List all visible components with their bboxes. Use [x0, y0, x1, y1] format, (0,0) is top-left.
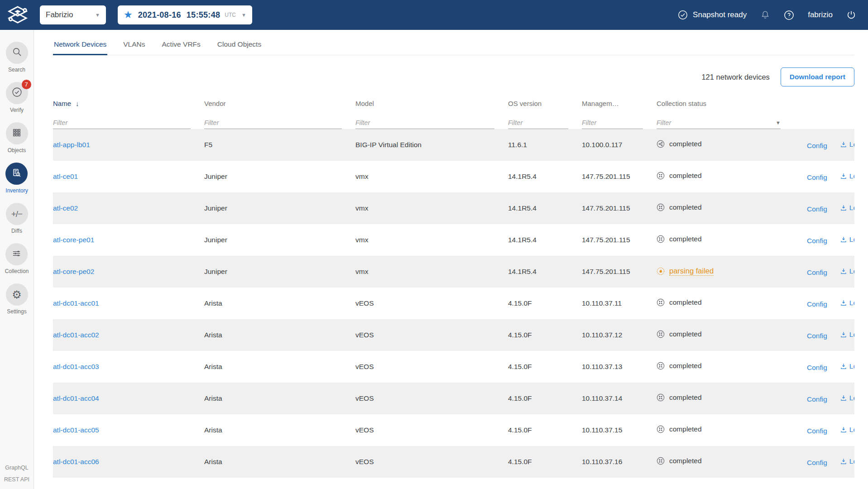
vendor-filter-input[interactable] — [204, 119, 342, 126]
os-version-cell: 14.1R5.4 — [508, 192, 582, 224]
config-link[interactable]: Config — [807, 142, 827, 150]
collection-status-label[interactable]: parsing failed — [669, 267, 714, 276]
notifications-bell-icon[interactable] — [760, 10, 770, 20]
log-link[interactable]: Log — [840, 394, 854, 402]
column-header-management-ip[interactable]: Managem… — [582, 94, 657, 109]
management-ip-cell: 10.110.37.15 — [582, 414, 657, 446]
sidebar-item-verify[interactable]: 7 Verify — [6, 82, 28, 113]
config-link[interactable]: Config — [807, 237, 827, 245]
log-link[interactable]: Log — [840, 172, 854, 180]
help-icon[interactable] — [784, 10, 794, 20]
sidebar-item-settings[interactable]: ⚙ Settings — [6, 283, 28, 315]
power-icon[interactable] — [846, 10, 856, 20]
column-header-os-version[interactable]: OS version — [508, 94, 582, 109]
log-link[interactable]: Log — [840, 426, 854, 434]
device-link[interactable]: atl-core-pe01 — [53, 236, 94, 244]
collection-status-cell: completed — [657, 446, 794, 478]
table-header-row: Name↓ Vendor Model OS version Managem… C… — [53, 94, 854, 109]
sidebar-item-objects[interactable]: Objects — [6, 122, 28, 153]
config-link[interactable]: Config — [807, 173, 827, 182]
user-menu[interactable]: fabrizio — [808, 10, 833, 19]
rest-api-link[interactable]: REST API — [4, 476, 29, 483]
download-icon — [840, 236, 847, 243]
device-link[interactable]: atl-dc01-acc02 — [53, 331, 99, 339]
log-link[interactable]: Log — [840, 362, 854, 370]
collection-status-filter-select[interactable] — [657, 119, 774, 126]
log-link[interactable]: Log — [840, 457, 854, 465]
load-balancer-icon — [657, 140, 665, 148]
config-link[interactable]: Config — [807, 205, 827, 213]
sidebar: Search 7 Verify — [0, 30, 34, 489]
app-window: Fabrizio ▼ ★ 2021-08-16 15:55:48 UTC ▼ S… — [0, 0, 868, 489]
snapshot-datetime-dropdown[interactable]: ★ 2021-08-16 15:55:48 UTC ▼ — [118, 5, 252, 24]
name-filter-input[interactable] — [53, 119, 191, 126]
device-name-cell: atl-ce02 — [53, 192, 204, 224]
sidebar-item-inventory[interactable]: Inventory — [5, 163, 28, 194]
app-logo-icon[interactable] — [6, 5, 34, 25]
tab-network-devices[interactable]: Network Devices — [53, 36, 107, 55]
management-ip-filter-input[interactable] — [582, 119, 643, 126]
column-header-vendor[interactable]: Vendor — [204, 94, 355, 109]
config-link[interactable]: Config — [807, 427, 827, 435]
device-link[interactable]: atl-dc01-acc03 — [53, 363, 99, 370]
log-link[interactable]: Log — [840, 140, 854, 149]
sidebar-item-collection[interactable]: Collection — [5, 243, 29, 274]
log-link[interactable]: Log — [840, 235, 854, 244]
device-link[interactable]: atl-dc01-acc01 — [53, 299, 99, 307]
star-icon: ★ — [124, 10, 133, 20]
collection-status-cell: completed — [657, 383, 794, 414]
management-ip-cell: 10.110.37.13 — [582, 351, 657, 383]
column-header-model[interactable]: Model — [355, 94, 508, 109]
log-link[interactable]: Log — [840, 331, 854, 339]
router-icon — [657, 393, 665, 402]
config-link[interactable]: Config — [807, 364, 827, 372]
device-link[interactable]: atl-app-lb01 — [53, 141, 90, 149]
os-version-cell: 14.1R5.4 — [508, 256, 582, 288]
router-icon — [657, 203, 665, 211]
table-filter-row: ▼ — [53, 109, 854, 129]
device-name-cell: atl-dc01-acc06 — [53, 446, 204, 478]
model-cell: vEOS — [355, 319, 508, 351]
log-link[interactable]: Log — [840, 267, 854, 275]
column-header-collection-status[interactable]: Collection status — [657, 94, 794, 109]
os-version-filter-input[interactable] — [508, 119, 568, 126]
device-link[interactable]: atl-dc01-acc06 — [53, 458, 99, 465]
device-link[interactable]: atl-dc01-acc05 — [53, 426, 99, 434]
workspace-dropdown[interactable]: Fabrizio ▼ — [40, 5, 106, 24]
model-cell: vEOS — [355, 383, 508, 414]
device-link[interactable]: atl-core-pe02 — [53, 268, 94, 275]
device-link[interactable]: atl-ce01 — [53, 173, 78, 180]
column-header-name[interactable]: Name↓ — [53, 94, 204, 109]
vendor-cell: Arista — [204, 383, 355, 414]
tab-vlans[interactable]: VLANs — [122, 36, 146, 55]
config-link[interactable]: Config — [807, 268, 827, 277]
collection-sliders-icon — [11, 248, 22, 260]
collection-status-label: completed — [669, 457, 702, 465]
config-link[interactable]: Config — [807, 395, 827, 403]
config-link[interactable]: Config — [807, 459, 827, 467]
config-link[interactable]: Config — [807, 332, 827, 340]
download-report-button[interactable]: Download report — [781, 67, 854, 86]
device-link[interactable]: atl-dc01-acc04 — [53, 394, 99, 402]
topbar: Fabrizio ▼ ★ 2021-08-16 15:55:48 UTC ▼ S… — [0, 0, 868, 30]
collection-status-label: completed — [669, 203, 702, 211]
device-name-cell: atl-dc01-acc04 — [53, 383, 204, 414]
device-link[interactable]: atl-ce02 — [53, 204, 78, 212]
os-version-cell: 4.15.0F — [508, 319, 582, 351]
tab-cloud-objects[interactable]: Cloud Objects — [216, 36, 262, 55]
table-row: atl-dc01-acc05AristavEOS4.15.0F10.110.37… — [53, 414, 854, 446]
sidebar-item-diffs[interactable]: +/− Diffs — [6, 203, 28, 234]
sidebar-item-search[interactable]: Search — [6, 42, 28, 73]
model-cell: vEOS — [355, 446, 508, 478]
vendor-cell: Juniper — [204, 161, 355, 192]
os-version-cell: 14.1R5.4 — [508, 161, 582, 192]
vendor-cell: Arista — [204, 351, 355, 383]
tab-active-vrfs[interactable]: Active VRFs — [161, 36, 201, 55]
collection-status-cell: completed — [657, 351, 794, 383]
log-link[interactable]: Log — [840, 204, 854, 212]
graphql-link[interactable]: GraphQL — [5, 465, 28, 471]
log-link[interactable]: Log — [840, 299, 854, 307]
model-filter-input[interactable] — [355, 119, 494, 126]
config-link[interactable]: Config — [807, 300, 827, 308]
management-ip-cell: 10.110.37.14 — [582, 383, 657, 414]
